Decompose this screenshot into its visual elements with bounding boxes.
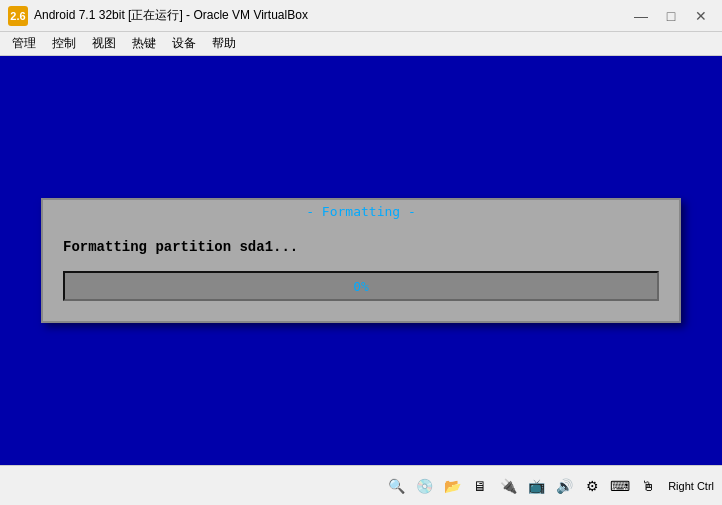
minimize-button[interactable]: — (628, 6, 654, 26)
taskbar-network-icon[interactable]: 🖥 (468, 474, 492, 498)
maximize-button[interactable]: □ (658, 6, 684, 26)
progress-bar-container: 0% (63, 271, 659, 301)
formatting-dialog: Formatting Formatting partition sda1... … (41, 198, 681, 323)
dialog-message: Formatting partition sda1... (63, 239, 659, 255)
dialog-title-bar: Formatting (43, 200, 679, 223)
taskbar-mouse-icon[interactable]: 🖱 (636, 474, 660, 498)
menu-item-控制[interactable]: 控制 (44, 33, 84, 54)
menu-bar: 管理控制视图热键设备帮助 (0, 32, 722, 56)
window-controls: — □ ✕ (628, 6, 714, 26)
taskbar-search-icon[interactable]: 🔍 (384, 474, 408, 498)
taskbar: 🔍 💿 📂 🖥 🔌 📺 🔊 ⚙ ⌨ 🖱 Right Ctrl (0, 465, 722, 505)
menu-item-热键[interactable]: 热键 (124, 33, 164, 54)
menu-item-设备[interactable]: 设备 (164, 33, 204, 54)
taskbar-display-icon[interactable]: 📺 (524, 474, 548, 498)
taskbar-folder-icon[interactable]: 📂 (440, 474, 464, 498)
taskbar-cd-icon[interactable]: 💿 (412, 474, 436, 498)
taskbar-keyboard-icon[interactable]: ⌨ (608, 474, 632, 498)
title-bar: 2.6 Android 7.1 32bit [正在运行] - Oracle VM… (0, 0, 722, 32)
progress-text: 0% (353, 279, 369, 294)
menu-item-管理[interactable]: 管理 (4, 33, 44, 54)
right-ctrl-label: Right Ctrl (668, 480, 714, 492)
taskbar-settings-icon[interactable]: ⚙ (580, 474, 604, 498)
vm-display[interactable]: Formatting Formatting partition sda1... … (0, 56, 722, 465)
close-button[interactable]: ✕ (688, 6, 714, 26)
dialog-title: Formatting (306, 204, 416, 219)
window-title: Android 7.1 32bit [正在运行] - Oracle VM Vir… (34, 7, 628, 24)
taskbar-audio-icon[interactable]: 🔊 (552, 474, 576, 498)
menu-item-帮助[interactable]: 帮助 (204, 33, 244, 54)
menu-item-视图[interactable]: 视图 (84, 33, 124, 54)
app-icon: 2.6 (8, 6, 28, 26)
taskbar-usb-icon[interactable]: 🔌 (496, 474, 520, 498)
dialog-body: Formatting partition sda1... 0% (43, 223, 679, 321)
